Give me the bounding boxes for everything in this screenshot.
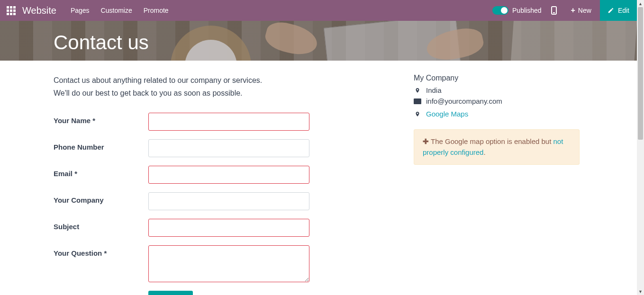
alert-text-2: . <box>483 148 485 156</box>
new-button[interactable]: + New <box>567 0 595 21</box>
intro-text: Contact us about anything related to our… <box>54 74 395 99</box>
mobile-preview-icon[interactable] <box>551 6 557 15</box>
new-label: New <box>578 7 591 14</box>
brand-title[interactable]: Website <box>22 5 56 16</box>
topbar: Website Pages Customize Promote Publishe… <box>0 0 637 21</box>
company-input[interactable] <box>148 192 309 210</box>
subject-input[interactable] <box>148 219 309 237</box>
edit-label: Edit <box>618 7 629 14</box>
email-label: Email * <box>54 166 148 178</box>
question-textarea[interactable] <box>148 245 309 282</box>
location-pin-icon <box>414 87 421 94</box>
subject-label: Subject <box>54 219 148 231</box>
name-label: Your Name * <box>54 113 148 125</box>
apps-icon[interactable] <box>7 6 16 15</box>
map-marker-icon <box>414 110 421 118</box>
scroll-down-icon[interactable]: ▼ <box>637 288 644 295</box>
envelope-icon <box>414 98 421 104</box>
config-alert: ✚The Google map option is enabled but no… <box>414 129 580 165</box>
intro-line1: Contact us about anything related to our… <box>54 74 395 87</box>
email-text: info@yourcompany.com <box>426 97 502 105</box>
scroll-thumb[interactable] <box>638 7 643 140</box>
name-input[interactable] <box>148 113 309 131</box>
page-title: Contact us <box>0 21 637 54</box>
company-label: Your Company <box>54 192 148 204</box>
page-scrollbar[interactable]: ▲ ▼ <box>637 0 644 295</box>
phone-label: Phone Number <box>54 139 148 151</box>
phone-input[interactable] <box>148 139 309 157</box>
question-label: Your Question * <box>54 245 148 257</box>
google-maps-link[interactable]: Google Maps <box>426 110 468 118</box>
pencil-icon <box>608 7 614 14</box>
company-name: My Company <box>414 74 580 82</box>
menu-customize[interactable]: Customize <box>101 7 132 14</box>
submit-button[interactable]: Submit <box>148 291 193 295</box>
alert-plus-icon: ✚ <box>423 137 429 145</box>
menu-promote[interactable]: Promote <box>144 7 169 14</box>
hero-banner: Contact us <box>0 21 637 61</box>
intro-line2: We'll do our best to get back to you as … <box>54 87 395 99</box>
email-input[interactable] <box>148 166 309 184</box>
menu-pages[interactable]: Pages <box>71 7 90 14</box>
plus-icon: + <box>571 6 575 15</box>
alert-text-1: The Google map option is enabled but <box>431 137 553 145</box>
published-label: Published <box>512 7 542 14</box>
edit-button[interactable]: Edit <box>600 0 637 21</box>
scroll-up-icon[interactable]: ▲ <box>637 0 644 7</box>
country-text: India <box>426 86 442 94</box>
published-toggle[interactable] <box>492 6 508 15</box>
